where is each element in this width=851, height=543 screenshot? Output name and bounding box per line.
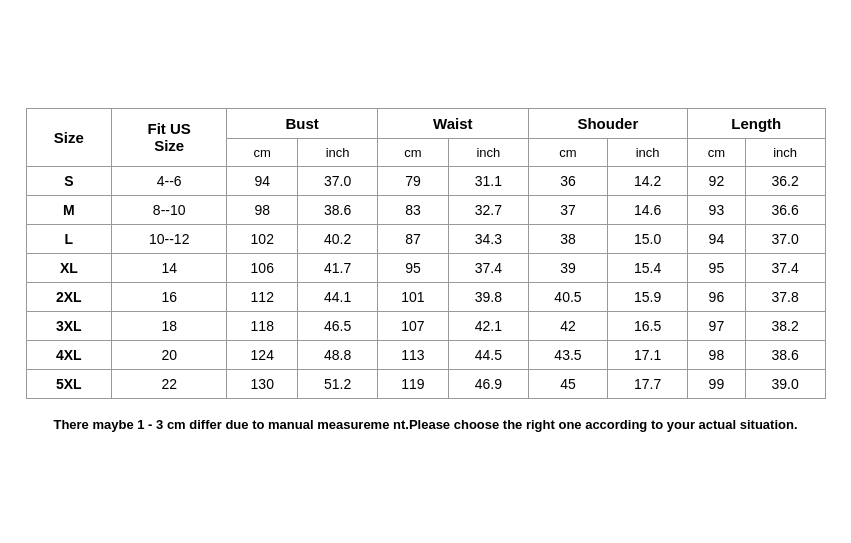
table-cell: 95 <box>377 253 448 282</box>
bust-inch-header: inch <box>298 138 378 166</box>
table-cell: 43.5 <box>528 340 608 369</box>
shoulder-inch-header: inch <box>608 138 688 166</box>
table-cell: 38.2 <box>745 311 825 340</box>
table-cell: 37.4 <box>745 253 825 282</box>
table-cell: 106 <box>227 253 298 282</box>
table-cell: 42.1 <box>449 311 529 340</box>
table-row: 2XL1611244.110139.840.515.99637.8 <box>26 282 825 311</box>
table-cell: 38.6 <box>298 195 378 224</box>
table-cell: 14 <box>112 253 227 282</box>
table-cell: 124 <box>227 340 298 369</box>
table-cell: 22 <box>112 369 227 398</box>
table-row: 3XL1811846.510742.14216.59738.2 <box>26 311 825 340</box>
table-cell: 42 <box>528 311 608 340</box>
table-cell: 41.7 <box>298 253 378 282</box>
table-cell: 93 <box>687 195 745 224</box>
table-cell: 34.3 <box>449 224 529 253</box>
table-cell: 113 <box>377 340 448 369</box>
table-row: S4--69437.07931.13614.29236.2 <box>26 166 825 195</box>
table-cell: 96 <box>687 282 745 311</box>
size-chart-container: Size Fit USSize Bust Waist Shouder Lengt… <box>16 98 836 446</box>
table-cell: XL <box>26 253 112 282</box>
size-header: Size <box>26 108 112 166</box>
table-cell: 14.6 <box>608 195 688 224</box>
table-row: L10--1210240.28734.33815.09437.0 <box>26 224 825 253</box>
table-cell: 3XL <box>26 311 112 340</box>
waist-inch-header: inch <box>449 138 529 166</box>
table-cell: 36 <box>528 166 608 195</box>
table-row: 5XL2213051.211946.94517.79939.0 <box>26 369 825 398</box>
table-cell: 107 <box>377 311 448 340</box>
shoulder-header: Shouder <box>528 108 687 138</box>
table-cell: 97 <box>687 311 745 340</box>
table-cell: 32.7 <box>449 195 529 224</box>
table-cell: 37.0 <box>298 166 378 195</box>
table-cell: 14.2 <box>608 166 688 195</box>
table-cell: 94 <box>227 166 298 195</box>
table-cell: 87 <box>377 224 448 253</box>
table-cell: 10--12 <box>112 224 227 253</box>
bust-header: Bust <box>227 108 378 138</box>
table-cell: L <box>26 224 112 253</box>
table-cell: 101 <box>377 282 448 311</box>
bust-cm-header: cm <box>227 138 298 166</box>
table-cell: 44.1 <box>298 282 378 311</box>
table-cell: 37.8 <box>745 282 825 311</box>
table-cell: S <box>26 166 112 195</box>
table-cell: 38.6 <box>745 340 825 369</box>
length-header: Length <box>687 108 825 138</box>
table-cell: 119 <box>377 369 448 398</box>
table-cell: 39 <box>528 253 608 282</box>
table-cell: 18 <box>112 311 227 340</box>
table-cell: 15.4 <box>608 253 688 282</box>
table-cell: 99 <box>687 369 745 398</box>
table-cell: 8--10 <box>112 195 227 224</box>
size-chart-table: Size Fit USSize Bust Waist Shouder Lengt… <box>26 108 826 399</box>
table-cell: 17.7 <box>608 369 688 398</box>
table-cell: 46.5 <box>298 311 378 340</box>
table-cell: 40.2 <box>298 224 378 253</box>
table-cell: M <box>26 195 112 224</box>
table-cell: 36.6 <box>745 195 825 224</box>
table-cell: 45 <box>528 369 608 398</box>
table-cell: 37 <box>528 195 608 224</box>
table-row: XL1410641.79537.43915.49537.4 <box>26 253 825 282</box>
table-cell: 16.5 <box>608 311 688 340</box>
table-cell: 4--6 <box>112 166 227 195</box>
length-cm-header: cm <box>687 138 745 166</box>
table-cell: 94 <box>687 224 745 253</box>
table-row: 4XL2012448.811344.543.517.19838.6 <box>26 340 825 369</box>
table-cell: 37.4 <box>449 253 529 282</box>
table-cell: 39.8 <box>449 282 529 311</box>
table-cell: 83 <box>377 195 448 224</box>
table-cell: 98 <box>227 195 298 224</box>
table-cell: 4XL <box>26 340 112 369</box>
table-row: M8--109838.68332.73714.69336.6 <box>26 195 825 224</box>
table-cell: 15.9 <box>608 282 688 311</box>
table-cell: 92 <box>687 166 745 195</box>
table-cell: 20 <box>112 340 227 369</box>
note-text: There maybe 1 - 3 cm differ due to manua… <box>26 415 826 436</box>
table-cell: 46.9 <box>449 369 529 398</box>
table-cell: 48.8 <box>298 340 378 369</box>
table-cell: 39.0 <box>745 369 825 398</box>
table-cell: 16 <box>112 282 227 311</box>
shoulder-cm-header: cm <box>528 138 608 166</box>
waist-cm-header: cm <box>377 138 448 166</box>
table-cell: 98 <box>687 340 745 369</box>
table-cell: 102 <box>227 224 298 253</box>
table-cell: 17.1 <box>608 340 688 369</box>
table-cell: 130 <box>227 369 298 398</box>
table-cell: 112 <box>227 282 298 311</box>
table-cell: 37.0 <box>745 224 825 253</box>
fit-us-size-header: Fit USSize <box>112 108 227 166</box>
table-cell: 38 <box>528 224 608 253</box>
table-cell: 118 <box>227 311 298 340</box>
table-cell: 36.2 <box>745 166 825 195</box>
table-cell: 79 <box>377 166 448 195</box>
table-cell: 44.5 <box>449 340 529 369</box>
table-cell: 95 <box>687 253 745 282</box>
table-cell: 51.2 <box>298 369 378 398</box>
table-cell: 31.1 <box>449 166 529 195</box>
table-cell: 2XL <box>26 282 112 311</box>
